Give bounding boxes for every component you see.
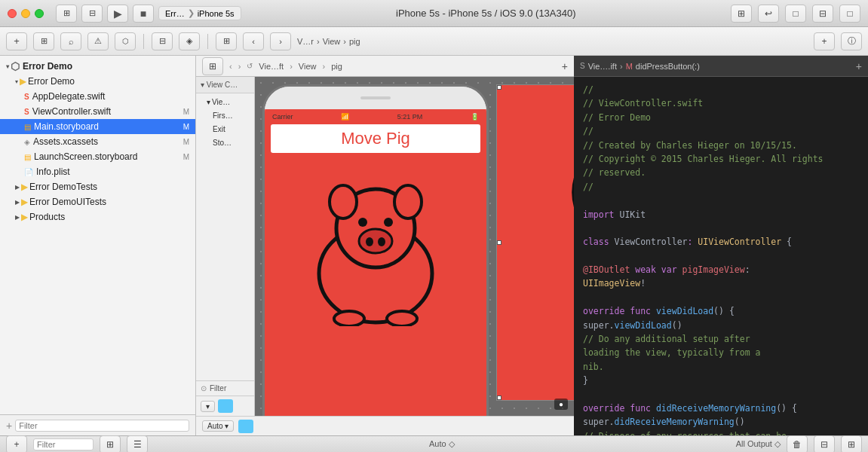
nav-back[interactable]: ‹ [243,32,264,50]
new-tab-button[interactable]: ⊞ [56,5,77,23]
sidebar-item-launchscreen[interactable]: ▤ LaunchScreen.storyboard M [0,149,195,164]
add-file-btn[interactable]: + [6,435,27,453]
wifi-icon: 📶 [341,113,349,121]
add-button[interactable]: + [6,32,27,50]
layout-button2[interactable]: ⊟ [812,5,833,23]
code-line: // ViewController.swift [583,96,859,110]
breadcrumb-item3[interactable]: pig [349,37,360,46]
battery-icon: 🔋 [471,113,479,121]
breadcrumb-item1[interactable]: V…r [297,37,314,46]
back-forward-button[interactable]: ⊟ [152,32,173,50]
code-method: M [626,62,633,71]
sidebar-item-appdelegate[interactable]: S AppDelegate.swift [0,89,195,104]
code-line: // [583,124,859,138]
split-btn[interactable]: ⊟ [814,435,835,453]
trash-btn[interactable]: 🗑 [787,435,808,453]
storyboard-btn[interactable]: ⊞ [216,32,237,50]
navigator-button[interactable]: ↩ [758,5,779,23]
bottom-filter-input[interactable] [33,438,94,450]
appdelegate-label: AppDelegate.swift [32,91,106,102]
list-view-btn[interactable]: ☰ [127,435,148,453]
assets-label: Assets.xcassets [33,136,98,147]
code-line: override func didReceiveMemoryWarning() … [583,402,859,415]
app-name: Err… [165,9,185,18]
assets-icon: ◈ [24,138,30,146]
svg-point-7 [366,237,373,246]
close-button[interactable] [8,9,17,18]
svg-point-2 [330,185,357,218]
sidebar-item-infoplist[interactable]: 📄 Info.plist [0,164,195,179]
filter-options-btn[interactable]: ⊞ [100,435,121,453]
vc-breadcrumb1[interactable]: Vie…ft [259,62,284,71]
sidebar-filter-input[interactable] [15,420,189,432]
sidebar-item-tests[interactable]: ▶ ▶ Error DemoTests [0,179,195,194]
split-btn2[interactable]: ⊞ [841,435,862,453]
sidebar-item-viewcontroller[interactable]: S ViewController.swift M [0,104,195,119]
layout-button1[interactable]: □ [785,5,806,23]
view-outline-label: Vie… [212,98,230,106]
sidebar-item-mainstoryboard[interactable]: ▤ Main.storyboard M [0,119,195,134]
handle-bl[interactable] [497,396,501,400]
vc-breadcrumb3[interactable]: pig [331,62,342,71]
sidebar-item-products[interactable]: ▶ ▶ Products [0,209,195,224]
plus-btn[interactable]: + [562,60,568,72]
add-panel-button[interactable]: + [814,32,835,50]
inspector-button[interactable]: ⓘ [841,32,862,50]
swift-icon2: S [24,108,29,116]
maximize-button[interactable] [35,9,44,18]
breadcrumb-item2[interactable]: View [323,37,341,46]
code-filename: Vie….ift [588,62,617,71]
m-badge2: M [183,123,189,131]
stop-button[interactable]: ■ [133,5,154,23]
scheme-selector[interactable]: Err… ❯ iPhone 5s [158,6,241,20]
folder-icon4: ▶ [21,212,28,222]
left-arrow[interactable]: ‹ [229,62,232,71]
storyboard-wrapper: ⊞ ‹ › ↺ Vie…ft › View › pig + ▾ View C… … [196,56,574,435]
vc-preview-box: ● [496,84,574,401]
run-button[interactable]: ▶ [107,5,128,23]
handle-tl[interactable] [497,85,501,90]
pig-area [265,153,486,326]
breakpoint-button[interactable]: ◈ [179,32,200,50]
right-arrow[interactable]: › [238,62,241,71]
vc-breadcrumb2[interactable]: View [299,62,317,71]
code-editor: S Vie….ift › M didPressButton(:) + // //… [574,56,868,435]
iphone-screen: Carrier 📶 5:21 PM 🔋 Move Pig [265,109,486,416]
minimize-button[interactable] [21,9,30,18]
outline-first[interactable]: Firs… [201,108,250,122]
debug-button[interactable]: ⬡ [115,32,136,50]
grid-button[interactable]: ⊞ [33,32,54,50]
storyboard-outline: ▾ View C… ▾ Vie… Firs… Exit Sto… [196,77,255,416]
sidebar-item-project[interactable]: ▾ ⬡ Error Demo [0,59,195,74]
status-bar-iphone: Carrier 📶 5:21 PM 🔋 [265,109,486,124]
speaker [360,96,391,99]
storyboard-grid-btn[interactable]: ⊞ [202,57,223,75]
code-line: @IBOutlet weak var pigImageView: [583,263,859,276]
sidebar-item-assets[interactable]: ◈ Assets.xcassets M [0,134,195,149]
iphone-simulator: Carrier 📶 5:21 PM 🔋 Move Pig [262,84,489,416]
sidebar-item-errordemo[interactable]: ▾ ▶ Error Demo [0,74,195,89]
share-btn[interactable]: ↺ [247,62,253,70]
outline-exit[interactable]: Exit [201,122,250,136]
sto-label: Sto… [213,139,232,147]
storyboard-down-btn[interactable]: ▾ [201,401,215,412]
code-content-area[interactable]: // // ViewController.swift // Error Demo… [574,77,868,435]
show-panel-button[interactable]: ⊟ [81,5,103,23]
swift-icon1: S [24,93,29,101]
outline-sto[interactable]: Sto… [201,136,250,149]
separator1 [143,34,144,49]
code-add-btn[interactable]: + [856,60,862,72]
warning-button[interactable]: ⚠ [87,32,109,50]
search-button[interactable]: ⌕ [60,32,81,50]
m-badge1: M [183,108,189,116]
sidebar-item-uitests[interactable]: ▶ ▶ Error DemoUITests [0,194,195,209]
zoom-btn[interactable]: Auto ▾ [202,420,234,432]
storyboard-canvas[interactable]: Carrier 📶 5:21 PM 🔋 Move Pig [255,77,574,416]
handle-left[interactable] [497,240,501,245]
storyboard-blue-btn[interactable] [218,399,233,413]
grid-view-button[interactable]: ⊞ [731,5,752,23]
layout-button3[interactable]: □ [839,5,860,23]
blue-btn2[interactable] [238,420,253,433]
outline-vie[interactable]: ▾ Vie… [201,95,250,108]
nav-forward[interactable]: › [270,32,291,50]
